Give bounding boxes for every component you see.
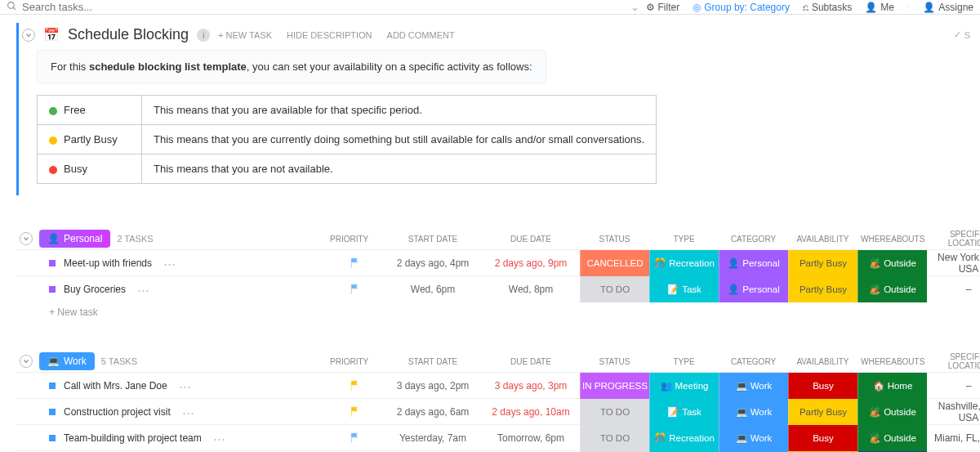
group-by-button[interactable]: ◎Group by: Category [693, 2, 790, 13]
category-pill[interactable]: 💻Work [719, 373, 788, 399]
location-cell[interactable]: Nashville, TN, USA [927, 401, 980, 423]
availability-pill[interactable]: Partly Busy [788, 276, 858, 302]
add-comment-button[interactable]: ADD COMMENT [387, 30, 455, 40]
task-menu-icon[interactable]: ⋯ [137, 284, 149, 296]
search-input[interactable] [22, 1, 626, 13]
subtasks-button[interactable]: ⎌Subtasks [803, 2, 852, 13]
task-menu-icon[interactable]: ⋯ [182, 406, 194, 418]
status-dot [49, 136, 57, 145]
task-row[interactable]: Buy Groceries ⋯ Wed, 6pm Wed, 8pm TO DO … [16, 275, 980, 302]
legend-label: Partly Busy [38, 125, 142, 154]
task-row[interactable]: Meet-up with friends ⋯ 2 days ago, 4pm 2… [16, 249, 980, 275]
status-pill[interactable]: IN PROGRESS [580, 373, 649, 399]
type-pill[interactable]: 📝Task [649, 276, 719, 302]
calendar-icon: 📅 [43, 27, 60, 43]
status-dot [49, 107, 57, 115]
availability-pill[interactable]: Partly Busy [788, 250, 858, 276]
header-row: 📅 Schedule Blocking i + NEW TASK HIDE DE… [19, 23, 980, 50]
priority-flag[interactable] [327, 432, 384, 444]
start-date[interactable]: 3 days ago, 2pm [384, 380, 482, 392]
availability-pill[interactable]: Busy [788, 373, 858, 399]
group-collapse-toggle[interactable] [20, 355, 33, 368]
col-type: TYPE [649, 356, 719, 368]
start-date[interactable]: Wed, 6pm [384, 284, 482, 295]
due-date[interactable]: Tomorrow, 6pm [482, 432, 580, 444]
legend-table: FreeThis means that you are available fo… [37, 95, 657, 184]
whereabouts-pill[interactable]: 🏕️Outside [858, 399, 927, 425]
task-row[interactable]: Team-building with project team ⋯ Yester… [16, 424, 980, 450]
task-name-cell[interactable]: Call with Mrs. Jane Doe ⋯ [16, 380, 327, 392]
task-name-cell[interactable]: Meet-up with friends ⋯ [16, 257, 327, 270]
task-name-cell[interactable]: Construction project visit ⋯ [16, 406, 327, 418]
availability-pill[interactable]: Partly Busy [788, 399, 858, 425]
availability-pill[interactable]: Busy [788, 425, 858, 451]
where-emoji: 🏕️ [869, 257, 880, 269]
chevron-down-icon[interactable]: ⌄ [630, 1, 639, 13]
filter-button[interactable]: ⚙Filter [646, 2, 680, 13]
status-pill[interactable]: TO DO [580, 425, 649, 451]
task-count: 5 TASKS [101, 356, 137, 366]
search-box: ⌄ [7, 1, 646, 14]
category-pill[interactable]: 💻Work [719, 425, 788, 451]
priority-flag[interactable] [327, 257, 384, 269]
due-date[interactable]: 2 days ago, 10am [482, 406, 580, 418]
legend-desc: This means that you are currently doing … [142, 125, 657, 154]
start-date[interactable]: Yesterday, 7am [384, 432, 482, 444]
priority-flag[interactable] [327, 380, 384, 392]
subtasks-icon: ⎌ [803, 2, 808, 13]
location-cell[interactable]: – [927, 284, 980, 295]
start-date[interactable]: 2 days ago, 4pm [384, 257, 482, 269]
location-cell[interactable]: Miami, FL, USA [927, 432, 980, 444]
due-date[interactable]: Wed, 8pm [482, 284, 580, 295]
task-menu-icon[interactable]: ⋯ [213, 432, 225, 445]
check-icon: ✓ [954, 29, 961, 40]
location-cell[interactable]: – [927, 380, 980, 392]
status-pill[interactable]: CANCELLED [580, 250, 649, 276]
category-pill[interactable]: 👤Personal [719, 250, 788, 276]
task-title: Call with Mrs. Jane Doe [64, 380, 167, 392]
due-date[interactable]: 3 days ago, 3pm [482, 380, 580, 392]
header-section: 📅 Schedule Blocking i + NEW TASK HIDE DE… [16, 23, 980, 195]
priority-flag[interactable] [327, 406, 384, 418]
task-row[interactable]: Call with Mrs. Jane Doe ⋯ 3 days ago, 2p… [16, 372, 980, 398]
col-availability: AVAILABILITY [788, 356, 858, 368]
task-square-icon [49, 435, 56, 441]
category-emoji: 💻 [736, 432, 747, 444]
whereabouts-pill[interactable]: 🏕️Outside [858, 425, 927, 451]
location-cell[interactable]: New York, NY, USA [927, 252, 980, 275]
type-pill[interactable]: 🎊Recreation [649, 425, 719, 451]
priority-flag[interactable] [327, 284, 384, 295]
type-pill[interactable]: 👥Meeting [649, 373, 719, 399]
type-pill[interactable]: 📝Task [649, 399, 719, 425]
col-due: DUE DATE [482, 356, 580, 368]
group-badge[interactable]: 👤Personal [39, 230, 110, 248]
whereabouts-pill[interactable]: 🏕️Outside [858, 276, 927, 302]
type-pill[interactable]: 🎊Recreation [649, 250, 719, 276]
whereabouts-pill[interactable]: 🏠Home [858, 373, 927, 399]
status-pill[interactable]: TO DO [580, 276, 649, 302]
task-name-cell[interactable]: Team-building with project team ⋯ [16, 432, 327, 445]
whereabouts-pill[interactable]: 🏕️Outside [858, 250, 927, 276]
new-task-button[interactable]: + NEW TASK [218, 30, 272, 40]
status-pill[interactable]: TO DO [580, 399, 649, 425]
category-pill[interactable]: 💻Work [719, 399, 788, 425]
me-button[interactable]: 👤Me [865, 2, 894, 13]
new-task-button[interactable]: + New task [16, 302, 980, 318]
type-emoji: 🎊 [654, 432, 666, 444]
task-name-cell[interactable]: Buy Groceries ⋯ [16, 284, 327, 296]
task-menu-icon[interactable]: ⋯ [163, 257, 176, 270]
start-date[interactable]: 2 days ago, 6am [384, 406, 482, 418]
group-badge[interactable]: 💻Work [39, 352, 95, 370]
due-date[interactable]: 2 days ago, 9pm [482, 257, 580, 269]
assignee-button[interactable]: 👤Assigne [923, 2, 973, 13]
task-row[interactable]: Construction project visit ⋯ 2 days ago,… [16, 398, 980, 424]
header-right[interactable]: ✓S [954, 29, 970, 40]
collapse-toggle[interactable] [22, 29, 35, 42]
task-menu-icon[interactable]: ⋯ [179, 380, 191, 392]
task-count: 2 TASKS [117, 234, 153, 244]
desc-prefix: For this [51, 60, 89, 73]
info-icon[interactable]: i [197, 29, 210, 42]
category-pill[interactable]: 👤Personal [719, 276, 788, 302]
hide-description-button[interactable]: HIDE DESCRIPTION [287, 30, 372, 40]
group-collapse-toggle[interactable] [20, 232, 33, 245]
